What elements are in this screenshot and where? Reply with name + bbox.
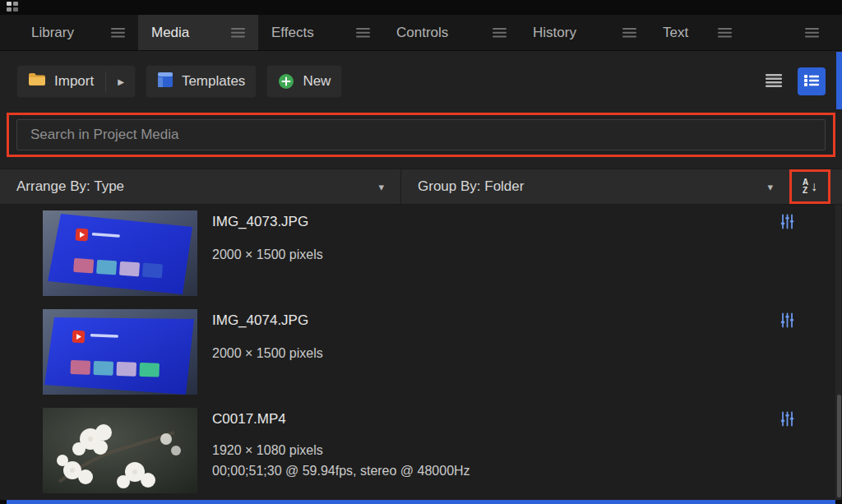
media-thumbnail[interactable] (43, 309, 197, 395)
tab-label: Media (151, 25, 189, 41)
plus-circle-icon (278, 73, 294, 90)
media-name: IMG_4073.JPG (212, 214, 323, 230)
list-view-icon (766, 74, 782, 90)
panel-options-icon[interactable] (805, 28, 819, 38)
media-meta: IMG_4073.JPG 2000 × 1500 pixels (212, 205, 323, 303)
panel-tab-bar: Library Media Effects Controls History T… (0, 15, 842, 51)
media-name: IMG_4074.JPG (212, 312, 323, 329)
tab-menu-icon[interactable] (493, 28, 507, 38)
arrange-by-dropdown[interactable]: Arrange By: Type ▾ (0, 169, 400, 204)
media-row[interactable]: IMG_4074.JPG 2000 × 1500 pixels (0, 303, 842, 402)
tab-text[interactable]: Text (650, 15, 745, 50)
media-row[interactable]: IMG_4073.JPG 2000 × 1500 pixels (0, 205, 842, 303)
import-label: Import (54, 73, 94, 90)
search-highlight-box (7, 113, 835, 157)
media-thumbnail[interactable] (43, 210, 197, 296)
tab-menu-icon[interactable] (231, 28, 245, 38)
adjacent-panel-accent (836, 52, 842, 109)
folder-icon (28, 72, 46, 90)
sort-bar: Arrange By: Type ▾ Group By: Folder ▾ AZ… (0, 169, 842, 205)
list-view-button[interactable] (760, 67, 788, 95)
import-dropdown-arrow-icon[interactable]: ▶ (118, 77, 124, 86)
templates-label: Templates (182, 73, 245, 90)
tab-menu-icon[interactable] (111, 28, 125, 38)
search-input[interactable] (16, 119, 826, 150)
chevron-down-icon: ▾ (767, 181, 773, 193)
sliders-icon[interactable] (780, 214, 794, 229)
tab-menu-icon[interactable] (622, 28, 636, 38)
tab-menu-icon[interactable] (356, 28, 370, 38)
group-by-dropdown[interactable]: Group By: Folder ▾ (401, 169, 789, 204)
group-by-label: Group By: Folder (418, 178, 524, 195)
sort-order-button[interactable]: AZ ↓ (789, 169, 830, 204)
chevron-down-icon: ▾ (378, 181, 384, 193)
media-dimensions: 2000 × 1500 pixels (212, 247, 323, 262)
bottom-panel-accent (7, 500, 835, 504)
tab-label: Text (663, 25, 688, 41)
tab-effects[interactable]: Effects (258, 15, 383, 50)
media-dimensions: 1920 × 1080 pixels (212, 443, 470, 458)
detail-view-button[interactable] (798, 67, 826, 95)
sliders-icon[interactable] (780, 411, 794, 427)
tab-label: Effects (271, 25, 314, 41)
media-details: 00;00;51;30 @ 59.94fps, stereo @ 48000Hz (212, 464, 470, 479)
media-list: IMG_4073.JPG 2000 × 1500 pixels (0, 205, 842, 500)
tab-history[interactable]: History (520, 15, 650, 50)
media-meta: IMG_4074.JPG 2000 × 1500 pixels (212, 303, 323, 402)
new-label: New (303, 73, 331, 90)
media-toolbar: Import ▶ Templates New (0, 52, 842, 111)
media-dimensions: 2000 × 1500 pixels (212, 346, 323, 361)
tab-media[interactable]: Media (138, 15, 258, 50)
media-name: C0017.MP4 (212, 411, 470, 428)
arrange-by-label: Arrange By: Type (16, 178, 124, 195)
window-menu-icon[interactable] (7, 0, 18, 15)
media-thumbnail[interactable] (43, 408, 197, 493)
scrollbar-thumb[interactable] (837, 395, 841, 497)
titlebar (0, 0, 842, 15)
tab-menu-icon[interactable] (718, 28, 732, 38)
sort-direction-arrow-icon: ↓ (811, 179, 817, 194)
tab-label: Controls (396, 25, 448, 41)
templates-button[interactable]: Templates (146, 65, 257, 98)
import-button[interactable]: Import ▶ (16, 65, 136, 98)
sliders-icon[interactable] (780, 312, 794, 328)
tab-controls[interactable]: Controls (383, 15, 520, 50)
new-button[interactable]: New (266, 65, 342, 98)
templates-icon (157, 72, 173, 92)
media-panel: Library Media Effects Controls History T… (0, 0, 842, 504)
media-meta: C0017.MP4 1920 × 1080 pixels 00;00;51;30… (212, 402, 470, 500)
button-divider (105, 72, 106, 91)
tab-label: History (533, 25, 576, 41)
tab-library[interactable]: Library (18, 15, 138, 50)
tab-label: Library (31, 25, 74, 41)
detail-view-icon (804, 74, 819, 90)
media-row[interactable]: C0017.MP4 1920 × 1080 pixels 00;00;51;30… (0, 402, 842, 500)
az-sort-icon: AZ (803, 178, 808, 195)
